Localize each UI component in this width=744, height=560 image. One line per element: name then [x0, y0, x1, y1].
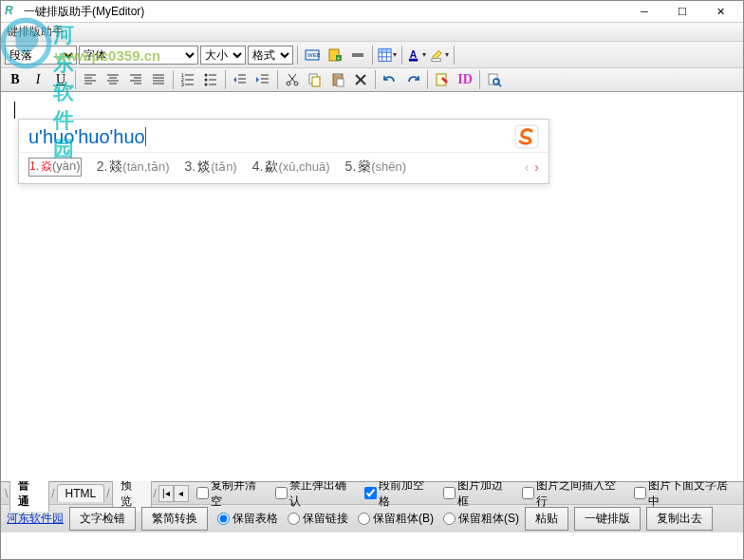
font-color-button[interactable]: A▾ — [406, 45, 427, 65]
toolbar-row-1: 段落 字体 大小 格式 WEB + ▾ A▾ ▾ — [1, 41, 743, 67]
svg-line-53 — [288, 74, 295, 83]
indent-icon[interactable] — [252, 69, 273, 90]
ime-prev-icon[interactable]: ‹ — [525, 159, 530, 175]
trad-simp-button[interactable]: 繁简转换 — [141, 507, 208, 531]
ime-candidate-4[interactable]: 4.歘(xū,chuā) — [252, 159, 330, 176]
ime-candidates[interactable]: 1.焱(yàn) 2.燚(tán,tǎn) 3.㷋(tǎn) 4.歘(xū,ch… — [19, 152, 549, 183]
align-left-icon[interactable] — [80, 69, 101, 90]
find-icon[interactable] — [484, 69, 505, 90]
checkbox-img-border[interactable]: 图片加边框 — [443, 477, 514, 510]
radio-keep-link[interactable]: 保留链接 — [288, 511, 348, 527]
svg-line-52 — [289, 74, 296, 83]
ime-candidate-1[interactable]: 1.焱(yàn) — [28, 158, 82, 177]
svg-rect-55 — [312, 77, 320, 86]
cut-icon[interactable] — [282, 69, 303, 90]
tool-remove-icon[interactable] — [347, 45, 368, 65]
spellcheck-button[interactable]: 文字检错 — [69, 507, 136, 531]
edit-note-icon[interactable] — [432, 69, 453, 90]
paragraph-select[interactable]: 段落 — [5, 46, 77, 65]
undo-icon[interactable] — [380, 69, 400, 90]
checkbox-no-confirm[interactable]: 禁止弹出确认 — [275, 477, 358, 510]
svg-rect-6 — [352, 53, 363, 57]
underline-button[interactable]: U — [50, 69, 71, 90]
sub-header: 键排版助手 — [1, 22, 743, 41]
toolbar-row-2: B I U 123 ID — [1, 67, 743, 92]
app-icon: R — [5, 4, 20, 19]
checkbox-img-blank[interactable]: 图片之间插入空行 — [522, 477, 627, 510]
editor-content[interactable]: u'huo'huo'huo 1.焱(yàn) 2.燚(tán,tǎn) 3.㷋(… — [1, 92, 743, 481]
svg-line-64 — [498, 84, 501, 86]
paste-button[interactable]: 粘贴 — [525, 507, 568, 531]
bold-button[interactable]: B — [5, 69, 26, 90]
checkbox-para-space[interactable]: 段前加空格 — [364, 477, 436, 510]
radio-keep-bold-s[interactable]: 保留粗体(S) — [443, 511, 519, 527]
svg-text:3: 3 — [181, 82, 184, 87]
svg-rect-12 — [379, 48, 391, 52]
svg-rect-58 — [337, 79, 344, 86]
sogou-logo-icon — [514, 124, 539, 149]
text-cursor — [14, 102, 15, 119]
format-select[interactable]: 格式 — [248, 46, 293, 65]
maximize-button[interactable]: ☐ — [663, 1, 701, 22]
size-select[interactable]: 大小 — [200, 46, 246, 65]
layout-button[interactable]: 一键排版 — [574, 507, 641, 531]
tab-nav-first-icon[interactable]: |◂ — [158, 485, 174, 502]
paste-icon[interactable] — [327, 69, 348, 90]
unordered-list-icon[interactable] — [200, 69, 221, 90]
align-right-icon[interactable] — [125, 69, 146, 90]
tool-table-icon[interactable]: ▾ — [377, 45, 398, 65]
font-select[interactable]: 字体 — [79, 46, 198, 65]
outdent-icon[interactable] — [230, 69, 251, 90]
ime-candidate-5[interactable]: 5.燊(shēn) — [345, 159, 407, 176]
copy-icon[interactable] — [305, 69, 326, 90]
minimize-button[interactable]: ─ — [625, 1, 663, 22]
ime-candidate-2[interactable]: 2.燚(tán,tǎn) — [97, 159, 170, 176]
checkbox-img-caption-center[interactable]: 图片下面文字居中 — [634, 477, 739, 510]
site-link[interactable]: 河东软件园 — [7, 511, 64, 527]
align-center-icon[interactable] — [102, 69, 123, 90]
svg-text:WEB: WEB — [307, 52, 320, 58]
redo-icon[interactable] — [402, 69, 423, 90]
tool-web-icon[interactable]: WEB — [302, 45, 323, 65]
tab-nav-prev-icon[interactable]: ◂ — [174, 485, 189, 502]
ime-candidate-3[interactable]: 3.㷋(tǎn) — [185, 159, 237, 176]
highlight-button[interactable]: ▾ — [429, 45, 450, 65]
svg-text:A: A — [410, 48, 418, 59]
tab-html[interactable]: HTML — [57, 484, 105, 502]
svg-rect-57 — [335, 73, 341, 76]
tool-addpage-icon[interactable]: + — [325, 45, 345, 65]
svg-rect-15 — [432, 58, 440, 61]
svg-point-39 — [205, 79, 208, 82]
svg-point-38 — [205, 74, 208, 77]
radio-keep-table[interactable]: 保留表格 — [217, 511, 278, 527]
svg-rect-14 — [409, 58, 418, 61]
id-icon[interactable]: ID — [455, 69, 475, 90]
ime-next-icon[interactable]: › — [534, 159, 539, 175]
window-title: 一键排版助手(MyEditor) — [24, 4, 625, 20]
italic-button[interactable]: I — [28, 69, 48, 90]
close-button[interactable]: ✕ — [701, 1, 739, 22]
svg-text:+: + — [337, 55, 341, 61]
ordered-list-icon[interactable]: 123 — [177, 69, 198, 90]
svg-point-40 — [205, 84, 208, 86]
ime-panel: u'huo'huo'huo 1.焱(yàn) 2.燚(tán,tǎn) 3.㷋(… — [18, 119, 549, 184]
radio-keep-bold-b[interactable]: 保留粗体(B) — [358, 511, 434, 527]
delete-icon[interactable] — [350, 69, 371, 90]
tabs-bar: \ 普通 / HTML / 预览 / |◂ ◂ 复制并清空 禁止弹出确认 段前加… — [1, 481, 743, 504]
ime-input-text: u'huo'huo'huo — [28, 126, 145, 148]
align-justify-icon[interactable] — [148, 69, 169, 90]
copy-out-button[interactable]: 复制出去 — [646, 507, 713, 531]
checkbox-copy-clear[interactable]: 复制并清空 — [196, 477, 268, 510]
